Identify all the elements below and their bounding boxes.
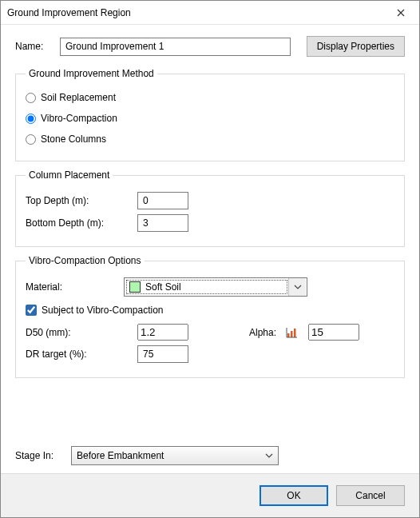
material-select[interactable]: Soft Soil <box>124 277 307 297</box>
alpha-input[interactable] <box>308 324 359 341</box>
subject-checkbox[interactable] <box>26 305 37 316</box>
stage-row: Stage In: Before Embankment <box>15 428 405 465</box>
material-value: Soft Soil <box>145 281 287 293</box>
radio-vibro-compaction-label: Vibro-Compaction <box>41 113 117 124</box>
material-swatch-icon <box>129 281 141 293</box>
radio-vibro-compaction-row[interactable]: Vibro-Compaction <box>26 110 394 127</box>
close-button[interactable] <box>382 1 419 25</box>
dialog-body: Name: Display Properties Ground Improvem… <box>1 25 419 473</box>
subject-row[interactable]: Subject to Vibro-Compaction <box>26 301 394 319</box>
placement-group: Column Placement Top Depth (m): Bottom D… <box>15 169 405 247</box>
stage-dropdown-button[interactable] <box>262 448 276 463</box>
alpha-chart-icon[interactable] <box>286 326 299 339</box>
chevron-down-icon <box>265 453 273 458</box>
radio-vibro-compaction[interactable] <box>26 114 36 124</box>
close-icon <box>397 9 405 17</box>
radio-stone-columns-row[interactable]: Stone Columns <box>26 130 394 148</box>
d50-alpha-row: D50 (mm): Alpha: <box>26 324 394 341</box>
material-row: Material: Soft Soil <box>26 277 394 297</box>
top-depth-label: Top Depth (m): <box>26 195 131 206</box>
display-properties-button[interactable]: Display Properties <box>307 36 405 57</box>
name-row: Name: Display Properties <box>15 36 405 57</box>
radio-soil-replacement[interactable] <box>26 93 36 103</box>
subject-label: Subject to Vibro-Compaction <box>42 305 164 316</box>
vibro-legend: Vibro-Compaction Options <box>26 255 145 266</box>
radio-stone-columns-label: Stone Columns <box>41 133 106 145</box>
svg-rect-1 <box>287 333 290 337</box>
vibro-group: Vibro-Compaction Options Material: Soft … <box>15 255 405 378</box>
dialog-footer: OK Cancel <box>1 473 419 517</box>
window-title: Ground Improvement Region <box>7 7 382 18</box>
cancel-button[interactable]: Cancel <box>336 485 405 506</box>
name-label: Name: <box>15 41 53 52</box>
material-dropdown-button[interactable] <box>288 278 306 296</box>
top-depth-row: Top Depth (m): <box>26 192 394 209</box>
radio-soil-replacement-row[interactable]: Soil Replacement <box>26 89 394 106</box>
radio-stone-columns[interactable] <box>26 134 36 145</box>
stage-label: Stage In: <box>15 450 63 461</box>
chevron-down-icon <box>294 285 302 289</box>
dr-label: DR target (%): <box>26 349 131 360</box>
stage-select[interactable]: Before Embankment <box>71 446 279 465</box>
svg-rect-3 <box>294 329 296 337</box>
titlebar: Ground Improvement Region <box>1 1 419 25</box>
bottom-depth-row: Bottom Depth (m): <box>26 214 394 232</box>
d50-label: D50 (mm): <box>26 327 131 338</box>
svg-rect-2 <box>291 331 293 337</box>
dr-input[interactable] <box>137 345 188 363</box>
method-group: Ground Improvement Method Soil Replaceme… <box>15 68 405 161</box>
dr-row: DR target (%): <box>26 345 394 363</box>
stage-value: Before Embankment <box>77 450 164 461</box>
dialog-window: Ground Improvement Region Name: Display … <box>0 0 420 518</box>
alpha-label: Alpha: <box>249 327 276 338</box>
placement-legend: Column Placement <box>26 169 113 181</box>
method-legend: Ground Improvement Method <box>26 68 157 79</box>
bottom-depth-label: Bottom Depth (m): <box>26 217 131 229</box>
name-input[interactable] <box>60 38 291 56</box>
material-label: Material: <box>26 281 117 293</box>
radio-soil-replacement-label: Soil Replacement <box>41 92 116 103</box>
d50-input[interactable] <box>137 324 188 341</box>
ok-button[interactable]: OK <box>260 485 328 506</box>
bottom-depth-input[interactable] <box>137 214 188 232</box>
top-depth-input[interactable] <box>137 192 188 209</box>
